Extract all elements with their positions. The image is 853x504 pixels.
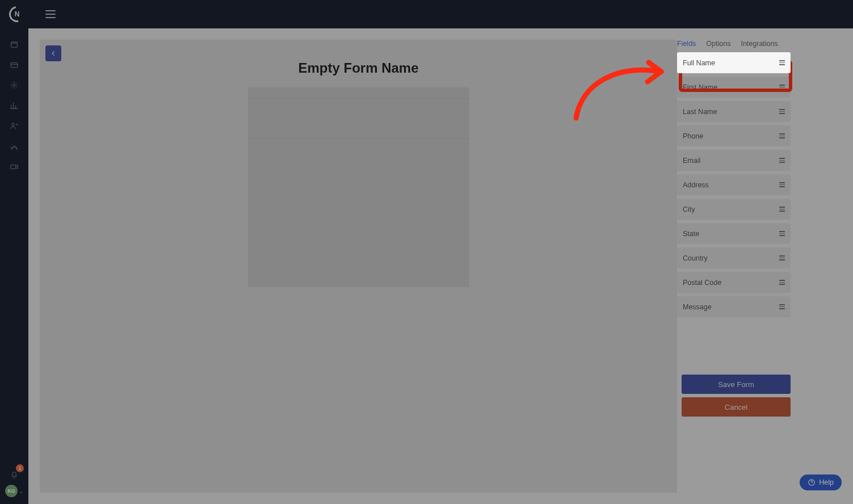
drag-handle-icon[interactable] — [779, 304, 785, 309]
tab-integrations[interactable]: Integrations — [741, 40, 778, 48]
tab-fields[interactable]: Fields — [677, 40, 696, 48]
form-placeholder-block-2 — [248, 138, 469, 287]
form-placeholder-row — [248, 87, 469, 99]
form-builder-panel: Empty Form Name — [40, 40, 677, 493]
panel-tabs: FieldsOptionsIntegrations — [677, 40, 791, 48]
form-canvas[interactable] — [248, 87, 469, 287]
field-item-postal-code[interactable]: Postal Code — [677, 272, 791, 293]
back-button[interactable] — [45, 45, 61, 61]
tab-options[interactable]: Options — [706, 40, 730, 48]
sidebar-item-video[interactable] — [0, 157, 28, 177]
notification-badge: 1 — [16, 464, 24, 472]
form-placeholder-block-1 — [248, 99, 469, 138]
field-label: State — [683, 230, 699, 238]
avatar: KG — [5, 485, 18, 497]
field-item-last-name[interactable]: Last Name — [677, 101, 791, 122]
svg-rect-4 — [11, 165, 16, 169]
sidebar-user-menu[interactable]: KG ⌄ — [5, 485, 23, 497]
save-form-button[interactable]: Save Form — [682, 375, 791, 394]
svg-point-3 — [12, 123, 15, 126]
sidebar-item-dashboard[interactable] — [0, 34, 28, 54]
drag-handle-icon[interactable] — [779, 85, 785, 90]
drag-handle-icon[interactable] — [779, 109, 785, 114]
field-label: First Name — [683, 83, 717, 91]
field-label: Phone — [683, 132, 703, 140]
sidebar-item-users[interactable] — [0, 116, 28, 136]
panel-actions: Save Form Cancel — [682, 375, 791, 417]
sidebar-item-card[interactable] — [0, 54, 28, 75]
help-label: Help — [819, 478, 834, 486]
sidebar-item-analytics[interactable] — [0, 95, 28, 116]
drag-handle-icon[interactable] — [779, 280, 785, 285]
drag-handle-icon[interactable] — [779, 231, 785, 236]
sidebar-item-settings[interactable] — [0, 75, 28, 95]
svg-point-6 — [812, 484, 812, 484]
cancel-button[interactable]: Cancel — [682, 397, 791, 417]
field-item-country[interactable]: Country — [677, 247, 791, 268]
svg-rect-0 — [11, 42, 18, 47]
field-item-phone[interactable]: Phone — [677, 125, 791, 146]
help-button[interactable]: Help — [800, 474, 842, 490]
field-item-first-name[interactable]: First Name — [677, 77, 791, 98]
field-label: Postal Code — [683, 279, 721, 287]
field-item-city[interactable]: City — [677, 199, 791, 220]
app-logo — [6, 3, 28, 26]
sidebar-item-organization[interactable] — [0, 136, 28, 157]
field-item-message[interactable]: Message — [677, 296, 791, 317]
svg-point-2 — [13, 84, 15, 86]
field-panel: FieldsOptionsIntegrations Full NameFirst… — [677, 40, 791, 317]
drag-handle-icon[interactable] — [779, 182, 785, 187]
drag-handle-icon[interactable] — [779, 60, 785, 65]
drag-handle-icon[interactable] — [779, 207, 785, 212]
field-label: Address — [683, 181, 709, 189]
chevron-down-icon: ⌄ — [19, 488, 23, 494]
drag-handle-icon[interactable] — [779, 133, 785, 138]
field-item-address[interactable]: Address — [677, 174, 791, 195]
field-item-full-name[interactable]: Full Name — [677, 52, 791, 73]
content: Empty Form Name FieldsOptionsIntegration… — [28, 28, 853, 504]
field-label: City — [683, 205, 695, 213]
field-item-email[interactable]: Email — [677, 150, 791, 171]
menu-toggle-icon[interactable] — [45, 10, 56, 18]
field-label: Full Name — [683, 59, 715, 67]
field-label: Message — [683, 303, 712, 311]
field-item-state[interactable]: State — [677, 223, 791, 244]
drag-handle-icon[interactable] — [779, 255, 785, 261]
sidebar-notifications[interactable]: 1 — [0, 464, 28, 485]
field-label: Country — [683, 254, 708, 262]
topbar — [0, 0, 853, 28]
field-label: Last Name — [683, 108, 717, 116]
field-label: Email — [683, 157, 700, 165]
field-list: Full NameFirst NameLast NamePhoneEmailAd… — [677, 52, 791, 317]
svg-rect-1 — [11, 63, 18, 68]
drag-handle-icon[interactable] — [779, 158, 785, 163]
form-title: Empty Form Name — [40, 60, 677, 76]
sidebar: 1 KG ⌄ — [0, 28, 28, 504]
